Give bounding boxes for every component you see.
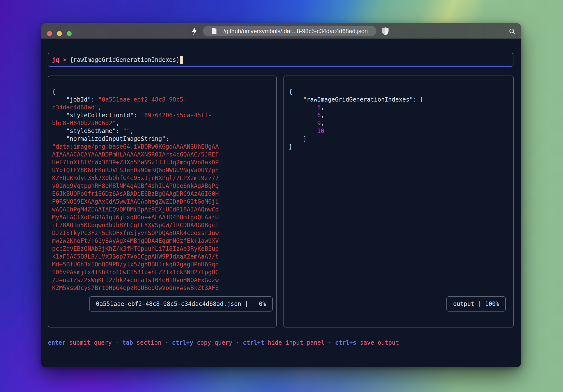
code-line: { xyxy=(289,88,510,96)
output-json-panel[interactable]: { "rawImageGridGenerationIndexes": [ 5, … xyxy=(283,76,514,327)
code-line: "data:image/png;base64,iVBORw0KGgoAAAANS… xyxy=(52,143,273,151)
minimize-button[interactable] xyxy=(57,31,62,36)
close-button[interactable] xyxy=(47,31,52,36)
help-key: ctrl+t xyxy=(243,339,264,346)
code-line: "styleCollectionId": "89764206-55ca-45ff… xyxy=(52,111,273,119)
lightning-icon[interactable] xyxy=(191,27,197,35)
jq-prompt-label: jq xyxy=(52,56,59,63)
code-line: 10 xyxy=(289,127,510,135)
code-line: E6JkBUQPoOfriE6Dz6AsABADiE6BzBgQAAgDRC9A… xyxy=(52,190,273,198)
help-description: save output xyxy=(356,339,399,346)
code-line: "rawImageGridGenerationIndexes": [ xyxy=(289,96,510,104)
code-line: P0RSNQ59EXAAgAxCdA5wwIAAQAohegZwZEDaDn6I… xyxy=(52,198,273,206)
code-line: } xyxy=(289,143,510,151)
jq-tui-window: ~/github/universymbols/.dat...8-98c5-c34… xyxy=(41,23,521,367)
code-line: { xyxy=(52,88,273,96)
help-separator: · xyxy=(324,339,335,346)
shield-icon[interactable] xyxy=(382,27,389,35)
code-line: MyAAEACIXoCeGRA1gJ6jLxqBOo++AEAAID4BOmfg… xyxy=(52,213,273,221)
code-line: k1aF5AC5Q8L8/LVX3Sop77VoICgpAHW9PJdXaXZe… xyxy=(52,253,273,261)
code-line: iL78AOTn5KCoqwu3bJbBYLCgtLYXVSpGW/lRCDDA… xyxy=(52,221,273,229)
code-line: vQ1Wq9VqtpghRH8eMBlNMAgA9Bf4shILAPQbe6nk… xyxy=(52,182,273,190)
zoom-button[interactable] xyxy=(67,31,72,36)
query-text: {rawImageGridGenerationIndexes} xyxy=(70,56,180,63)
code-line: UeF7tnXt8TVcWx3839+ZJXp5BaNSz1TJtJq2moqN… xyxy=(52,158,273,166)
code-line: c34dac4d68ad", xyxy=(52,104,273,111)
code-line: bbc8-0840b2a006d2", xyxy=(52,119,273,127)
code-line: KZEQuKRdyL35k7X0bQhfG4e95x1jrNXPgl/7LPX2… xyxy=(52,174,273,182)
help-separator: · xyxy=(232,339,243,346)
prompt-caret: > xyxy=(63,56,66,63)
code-line: 106vPAsmjTx4TShRro1CwC153fu+hLZ2Tk1ckBNH… xyxy=(52,268,273,276)
input-json-code: { "jobId": "0a551aae-ebf2-48c8-98c5-c34d… xyxy=(48,88,276,327)
help-key: enter xyxy=(48,339,66,346)
code-line: KZM5VswDcys7Brt0HpG4epzRoUBedOwVodnxAswB… xyxy=(52,284,273,292)
code-line: "normalizedInputImageString": xyxy=(52,135,273,143)
help-bar: enter submit query · tab section · ctrl+… xyxy=(48,339,399,347)
help-description: hide input panel xyxy=(264,339,324,346)
help-description: submit query xyxy=(66,339,112,346)
code-line: 5, xyxy=(289,104,510,111)
code-line: wAQAIhPgM4ZEAAIAEQvQM8MiBpAz9EXjUCdR18AI… xyxy=(52,206,273,213)
help-separator: · xyxy=(112,339,122,346)
prompt-space xyxy=(59,56,63,63)
code-line: 9, xyxy=(289,119,510,127)
code-line: Md+5BfUGh3x1QmQ09PD/ylx5/gYDBUJrkq02gagH… xyxy=(52,261,273,268)
output-status-badge: output | 100% xyxy=(446,296,506,312)
file-path: ~/github/universymbols/.dat...8-98c5-c34… xyxy=(220,28,368,35)
code-line: DJZISTkyPc3Fzh5ekOFxfnSjyvnSQPDQA5OXk4ce… xyxy=(52,229,273,237)
text-cursor xyxy=(180,56,183,64)
help-description: copy query xyxy=(193,339,232,346)
titlebar[interactable]: ~/github/universymbols/.dat...8-98c5-c34… xyxy=(41,23,521,39)
prompt-space2 xyxy=(66,56,70,63)
input-json-panel[interactable]: { "jobId": "0a551aae-ebf2-48c8-98c5-c34d… xyxy=(48,76,277,327)
code-line: mw2w2KhoFt/+61ySAyAgX4MBjgQDA4EggmNGzfEk… xyxy=(52,237,273,245)
output-json-code: { "rawImageGridGenerationIndexes": [ 5, … xyxy=(284,88,513,327)
code-line: UYpIQIEY8K6tEKoRJVLSJen0a9OmRQ6oNWGUVNqV… xyxy=(52,166,273,174)
address-pill[interactable]: ~/github/universymbols/.dat...8-98c5-c34… xyxy=(203,26,376,36)
code-line: "jobId": "0a551aae-ebf2-48c8-98c5- xyxy=(52,96,273,104)
code-line: "styleSetName": "", xyxy=(52,127,273,135)
help-key: ctrl+y xyxy=(172,339,193,346)
help-description: section xyxy=(133,339,161,346)
help-key: ctrl+s xyxy=(335,339,356,346)
search-icon[interactable] xyxy=(509,28,515,35)
code-line: pcpZqvEBzQNAb3jKhZ/x3fHT0puuhLi718IzAe3R… xyxy=(52,245,273,253)
input-status-badge: 0a551aae-ebf2-48c8-98c5-c34dac4d68ad.jso… xyxy=(89,296,273,312)
code-line: /J+oaTZsz2sWgKLi2/hk2+coLa1s104eH1OvoHNQ… xyxy=(52,276,273,284)
help-separator: · xyxy=(161,339,172,346)
traffic-lights xyxy=(47,31,72,36)
code-line: AIAAAACACAYAAADDPmHLAAAAAXNSR0IArs4c6QAA… xyxy=(52,151,273,158)
query-input[interactable]: jq > {rawImageGridGenerationIndexes} xyxy=(48,53,513,67)
code-line: 6, xyxy=(289,111,510,119)
code-line: ] xyxy=(289,135,510,143)
help-key: tab xyxy=(122,339,133,346)
document-icon xyxy=(212,28,217,34)
